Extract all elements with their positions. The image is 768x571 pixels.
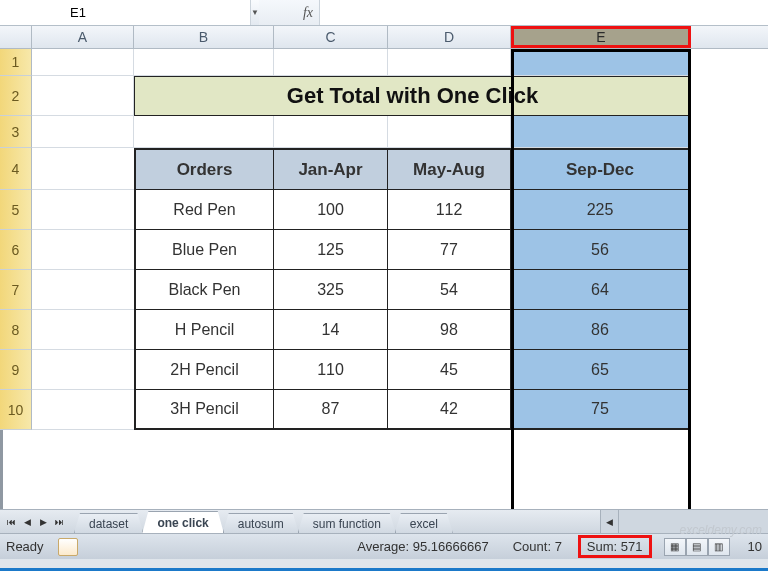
- sheet-tab-bar: ⏮ ◀ ▶ ⏭ dataset one click autosum sum fu…: [0, 509, 768, 533]
- cell[interactable]: [134, 49, 274, 76]
- cell[interactable]: [32, 230, 134, 270]
- cell[interactable]: Blue Pen: [134, 230, 274, 270]
- table-row: 9 2H Pencil 110 45 65: [0, 350, 768, 390]
- cell[interactable]: 42: [388, 390, 511, 430]
- view-buttons: ▦ ▤ ▥: [664, 538, 730, 556]
- row-header-5[interactable]: 5: [0, 190, 32, 230]
- cell[interactable]: [274, 49, 388, 76]
- sheet-nav-next-icon[interactable]: ▶: [36, 513, 50, 531]
- cell[interactable]: 14: [274, 310, 388, 350]
- sheet-nav-buttons: ⏮ ◀ ▶ ⏭: [0, 510, 70, 533]
- cell[interactable]: [274, 116, 388, 148]
- cell[interactable]: [32, 190, 134, 230]
- row-header-7[interactable]: 7: [0, 270, 32, 310]
- row-header-4[interactable]: 4: [0, 148, 32, 190]
- view-page-break-icon[interactable]: ▥: [708, 538, 730, 556]
- cell[interactable]: 56: [511, 230, 691, 270]
- table-row: 7 Black Pen 325 54 64: [0, 270, 768, 310]
- sheet-tab[interactable]: dataset: [74, 513, 143, 533]
- cell[interactable]: H Pencil: [134, 310, 274, 350]
- status-sum-value: 571: [621, 539, 643, 554]
- formula-bar: ▼ fx: [0, 0, 768, 26]
- cell[interactable]: 75: [511, 390, 691, 430]
- cell[interactable]: [32, 148, 134, 190]
- cell[interactable]: [32, 76, 134, 116]
- status-average-label: Average:: [357, 539, 409, 554]
- sheet-tab[interactable]: excel: [395, 513, 453, 533]
- row-header-1[interactable]: 1: [0, 49, 32, 76]
- row-header-2[interactable]: 2: [0, 76, 32, 116]
- sheet-nav-prev-icon[interactable]: ◀: [20, 513, 34, 531]
- row-header-6[interactable]: 6: [0, 230, 32, 270]
- cell[interactable]: 54: [388, 270, 511, 310]
- sheet-tabs: dataset one click autosum sum function e…: [70, 510, 600, 533]
- row-header-8[interactable]: 8: [0, 310, 32, 350]
- title-cell[interactable]: Get Total with One Click: [134, 76, 691, 116]
- status-average: Average: 95.16666667: [349, 537, 496, 556]
- col-header-E[interactable]: E: [511, 26, 691, 48]
- sheet-tab[interactable]: autosum: [223, 513, 299, 533]
- cell[interactable]: 3H Pencil: [134, 390, 274, 430]
- cell[interactable]: [134, 116, 274, 148]
- status-average-value: 95.16666667: [413, 539, 489, 554]
- col-header-D[interactable]: D: [388, 26, 511, 48]
- table-row: 5 Red Pen 100 112 225: [0, 190, 768, 230]
- cell[interactable]: 125: [274, 230, 388, 270]
- cell[interactable]: 77: [388, 230, 511, 270]
- cell[interactable]: Black Pen: [134, 270, 274, 310]
- row-header-10[interactable]: 10: [0, 390, 32, 430]
- cell[interactable]: 2H Pencil: [134, 350, 274, 390]
- cell[interactable]: [32, 49, 134, 76]
- cell[interactable]: 110: [274, 350, 388, 390]
- cell[interactable]: 87: [274, 390, 388, 430]
- cell[interactable]: 45: [388, 350, 511, 390]
- col-header-A[interactable]: A: [32, 26, 134, 48]
- cell[interactable]: 64: [511, 270, 691, 310]
- status-count: Count: 7: [505, 537, 570, 556]
- table-header[interactable]: Jan-Apr: [274, 148, 388, 190]
- cell[interactable]: 100: [274, 190, 388, 230]
- cell[interactable]: [32, 116, 134, 148]
- sheet-tab[interactable]: sum function: [298, 513, 396, 533]
- cell[interactable]: 86: [511, 310, 691, 350]
- fx-icon[interactable]: fx: [175, 0, 320, 25]
- row-header-3[interactable]: 3: [0, 116, 32, 148]
- cell[interactable]: [388, 49, 511, 76]
- cell[interactable]: 65: [511, 350, 691, 390]
- sheet-tab[interactable]: one click: [142, 511, 223, 533]
- table-header[interactable]: Orders: [134, 148, 274, 190]
- status-ready: Ready: [6, 539, 50, 554]
- cell[interactable]: [511, 49, 691, 76]
- cell[interactable]: [388, 116, 511, 148]
- macro-record-icon[interactable]: [58, 538, 78, 556]
- cell[interactable]: [32, 390, 134, 430]
- cell[interactable]: 225: [511, 190, 691, 230]
- spreadsheet-grid[interactable]: A B C D E 1 2 Get Total with One Click 3: [0, 26, 768, 509]
- cell[interactable]: [32, 310, 134, 350]
- name-box[interactable]: ▼: [0, 0, 175, 25]
- tab-scroll-right-icon[interactable]: ◀: [600, 510, 618, 533]
- status-sum: Sum: 571: [578, 535, 652, 558]
- cell[interactable]: [32, 350, 134, 390]
- cell[interactable]: 325: [274, 270, 388, 310]
- watermark: exceldemy.com: [680, 523, 762, 537]
- cell[interactable]: Red Pen: [134, 190, 274, 230]
- column-selection-marquee: [688, 49, 691, 509]
- sheet-nav-last-icon[interactable]: ⏭: [52, 513, 66, 531]
- column-selection-marquee: [511, 49, 514, 509]
- view-normal-icon[interactable]: ▦: [664, 538, 686, 556]
- view-page-layout-icon[interactable]: ▤: [686, 538, 708, 556]
- cell[interactable]: 98: [388, 310, 511, 350]
- col-header-C[interactable]: C: [274, 26, 388, 48]
- cell[interactable]: [511, 116, 691, 148]
- select-all-corner[interactable]: [0, 26, 32, 48]
- formula-input[interactable]: [320, 0, 768, 25]
- cell[interactable]: [32, 270, 134, 310]
- sheet-nav-first-icon[interactable]: ⏮: [4, 513, 18, 531]
- table-header[interactable]: May-Aug: [388, 148, 511, 190]
- table-header[interactable]: Sep-Dec: [511, 148, 691, 190]
- zoom-value[interactable]: 10: [748, 539, 762, 554]
- col-header-B[interactable]: B: [134, 26, 274, 48]
- cell[interactable]: 112: [388, 190, 511, 230]
- row-header-9[interactable]: 9: [0, 350, 32, 390]
